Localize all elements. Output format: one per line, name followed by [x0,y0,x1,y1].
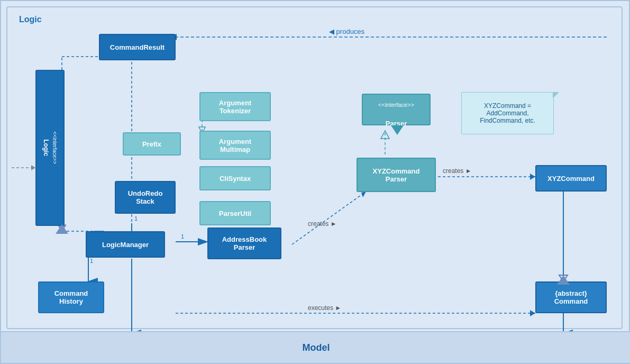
parser-inheritance-triangle [391,125,404,135]
abstract-command-label: {abstract} Command [554,289,588,305]
note-xyz-label: XYZCommand = AddCommand, FindCommand, et… [480,102,535,124]
cli-syntax-label: CliSyntax [220,175,251,183]
argument-tokenizer-label: Argument Tokenizer [219,99,251,115]
command-history-label: Command History [54,289,88,305]
interface-logic-box: <<interface>> Logic [35,70,65,226]
logic-label: Logic [19,15,42,24]
command-result-box: CommandResult [99,34,176,60]
parser-interface-box: <<interface>> Parser [362,94,431,125]
command-history-box: Command History [38,281,104,313]
logic-manager-label: LogicManager [102,241,149,249]
argument-multimap-box: Argument Multimap [199,131,271,160]
model-area: Model [1,331,630,363]
interface-logic-label: <<interface>> Logic [42,132,58,165]
xyz-command-label: XYZCommand [547,175,595,183]
address-book-parser-label: AddressBook Parser [222,235,267,251]
logic-interface-triangle [56,224,68,234]
logic-manager-box: LogicManager [86,231,165,258]
abstract-command-triangle [557,275,570,285]
command-result-label: CommandResult [110,43,165,51]
address-book-parser-box: AddressBook Parser [207,228,281,259]
xyz-command-parser-label: XYZCommand Parser [373,167,420,183]
xyz-command-box: XYZCommand [535,165,607,192]
parser-interface-label: <<interface>> Parser [378,90,414,129]
note-dogear [553,92,559,98]
prefix-label: Prefix [142,140,161,148]
model-label: Model [303,342,330,353]
xyz-command-parser-box: XYZCommand Parser [357,158,436,192]
note-xyz-box: XYZCommand = AddCommand, FindCommand, et… [461,92,554,134]
argument-tokenizer-box: Argument Tokenizer [199,92,271,121]
parser-util-box: ParserUtil [199,201,271,225]
prefix-box: Prefix [123,132,181,156]
cli-syntax-box: CliSyntax [199,166,271,190]
argument-multimap-label: Argument Multimap [219,138,251,153]
parser-util-label: ParserUtil [219,210,251,217]
undo-redo-stack-box: UndoRedo Stack [115,181,176,214]
undo-redo-stack-label: UndoRedo Stack [128,189,163,205]
abstract-command-box: {abstract} Command [535,281,607,313]
diagram-container: Logic [0,0,630,364]
